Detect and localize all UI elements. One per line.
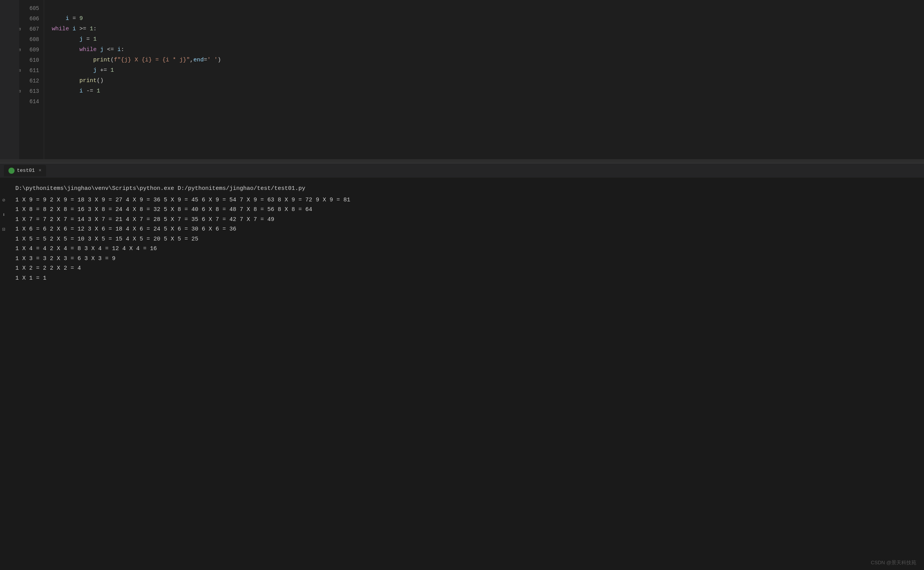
code-line: print() <box>44 76 924 86</box>
code-line: while j <= i: <box>44 44 924 55</box>
line-number: ⊟607 <box>19 24 44 34</box>
terminal-side-icon-3[interactable]: ⊡ <box>0 226 7 233</box>
line-number: ⊟613 <box>19 86 44 96</box>
terminal-output-line: 1 X 1 = 1 <box>15 273 916 283</box>
editor-area: 605606⊟607608⊟609610⊟611612⊟613614 i = 9… <box>0 0 924 159</box>
code-line: print(f"{j} X {i} = {i * j}",end=' ') <box>44 55 924 65</box>
line-number: 610 <box>19 55 44 65</box>
line-number: 606 <box>19 13 44 24</box>
code-line: i = 9 <box>44 13 924 24</box>
terminal-tab-icon <box>8 168 15 174</box>
line-numbers: 605606⊟607608⊟609610⊟611612⊟613614 <box>19 0 44 159</box>
line-number: ⊟609 <box>19 44 44 55</box>
code-line <box>44 3 924 13</box>
code-line: i -= 1 <box>44 86 924 96</box>
line-number: 608 <box>19 34 44 44</box>
line-number: 605 <box>19 3 44 13</box>
watermark: CSDN @景天科技苑 <box>871 559 916 566</box>
terminal-output-line: 1 X 6 = 6 2 X 6 = 12 3 X 6 = 18 4 X 6 = … <box>15 224 916 234</box>
terminal-output-line: 1 X 5 = 5 2 X 5 = 10 3 X 5 = 15 4 X 5 = … <box>15 234 916 244</box>
terminal-output-line: 1 X 7 = 7 2 X 7 = 14 3 X 7 = 21 4 X 7 = … <box>15 215 916 225</box>
terminal-area: D:\pythonitems\jinghao\venv\Scripts\pyth… <box>8 178 924 570</box>
terminal-side-icon-2[interactable]: ⬇ <box>0 211 7 218</box>
code-lines: i = 9while i >= 1: j = 1 while j <= i: p… <box>44 0 924 159</box>
terminal-side-icon-1[interactable]: ⊘ <box>0 197 7 204</box>
terminal-output-line: 1 X 4 = 4 2 X 4 = 8 3 X 4 = 12 4 X 4 = 1… <box>15 244 916 254</box>
line-number: 612 <box>19 76 44 86</box>
fold-icon[interactable]: ⊟ <box>19 47 21 52</box>
activity-bar <box>0 0 19 159</box>
line-number: 614 <box>19 96 44 107</box>
terminal-output: 1 X 9 = 9 2 X 9 = 18 3 X 9 = 27 4 X 9 = … <box>15 195 916 283</box>
editor-content: 605606⊟607608⊟609610⊟611612⊟613614 i = 9… <box>19 0 924 159</box>
line-number: ⊟611 <box>19 65 44 76</box>
fold-icon[interactable]: ⊟ <box>19 68 21 73</box>
code-line: j = 1 <box>44 34 924 44</box>
terminal-tab[interactable]: test01 × <box>4 165 46 176</box>
terminal-output-line: 1 X 8 = 8 2 X 8 = 16 3 X 8 = 24 4 X 8 = … <box>15 205 916 215</box>
terminal-output-line: 1 X 3 = 3 2 X 3 = 6 3 X 3 = 9 <box>15 254 916 264</box>
terminal-tab-label: test01 <box>17 168 35 173</box>
fold-icon[interactable]: ⊟ <box>19 89 21 94</box>
terminal-output-line: 1 X 9 = 9 2 X 9 = 18 3 X 9 = 27 4 X 9 = … <box>15 195 916 205</box>
editor-scrollbar[interactable] <box>0 159 924 163</box>
terminal-tab-close[interactable]: × <box>39 168 41 173</box>
terminal-command: D:\pythonitems\jinghao\venv\Scripts\pyth… <box>15 184 916 194</box>
code-line <box>44 96 924 107</box>
terminal-tabbar: test01 × <box>0 163 924 178</box>
fold-icon[interactable]: ⊟ <box>19 26 21 31</box>
code-line: j += 1 <box>44 65 924 76</box>
terminal-left-icons: ⊘ ⬇ ⊡ <box>0 178 8 570</box>
terminal-output-line: 1 X 2 = 2 2 X 2 = 4 <box>15 264 916 273</box>
code-line: while i >= 1: <box>44 24 924 34</box>
terminal-body: ⊘ ⬇ ⊡ D:\pythonitems\jinghao\venv\Script… <box>0 178 924 570</box>
